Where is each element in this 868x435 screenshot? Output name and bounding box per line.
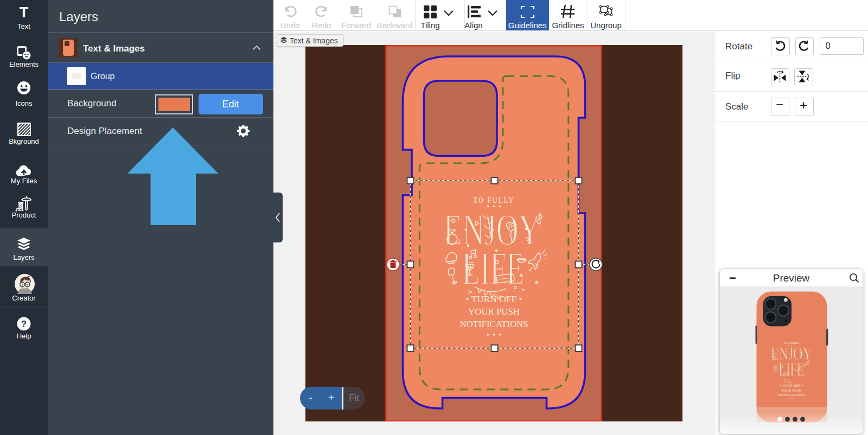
svg-text:NOTIFICATIONS: NOTIFICATIONS: [459, 318, 528, 329]
svg-text:?: ?: [21, 319, 27, 329]
svg-text:YOUR PUSH: YOUR PUSH: [781, 388, 802, 393]
svg-text:LIFE: LIFE: [462, 242, 524, 295]
svg-text:YOUR PUSH: YOUR PUSH: [468, 306, 520, 317]
svg-text:TO FULLY: TO FULLY: [473, 195, 514, 204]
svg-text:LIFE: LIFE: [778, 359, 805, 380]
svg-text:• TURN OFF •: • TURN OFF •: [780, 383, 803, 388]
svg-text:NOTIFICATIONS: NOTIFICATIONS: [778, 393, 805, 397]
